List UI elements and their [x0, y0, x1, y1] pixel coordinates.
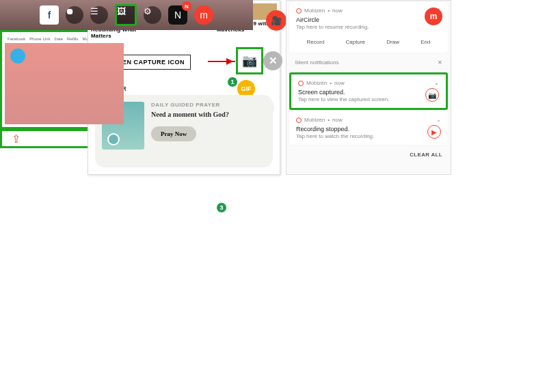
mobizen-dot-icon [298, 81, 304, 86]
control-dock: f ⏺ ☰ 🖼 ⚙ NN m [0, 0, 253, 30]
action-draw[interactable]: Draw [384, 37, 402, 47]
facebook-app-icon[interactable]: f [40, 5, 59, 25]
clear-all-button[interactable]: CLEAR ALL [286, 146, 451, 163]
play-icon: ▶ [427, 125, 441, 139]
prayer-text: Need a moment with God? [151, 111, 266, 118]
notif-actions: Record Capture Draw End [296, 37, 441, 47]
notif-recording-stopped[interactable]: Mobizen • now⌄ Recording stopped. Tap he… [289, 111, 448, 145]
close-fab[interactable]: ✕ [263, 51, 282, 70]
arrow-annotation [208, 61, 235, 62]
record-control-icon[interactable]: ⏺ [66, 6, 83, 24]
camera-icon: 📷 [425, 88, 439, 102]
mobizen-dot-icon [296, 8, 302, 14]
expand-icon[interactable]: ⌄ [436, 117, 441, 123]
silent-header: Silent notifications✕ [286, 54, 451, 71]
mobizen-dot-icon [296, 117, 302, 123]
notif-aircircle[interactable]: Mobizen • now⌃ AirCircle Tap here to res… [289, 2, 448, 53]
app-shortcut-icon [10, 48, 25, 64]
gallery-icon[interactable]: 🖼 [115, 4, 137, 26]
settings-gear-icon[interactable]: ⚙ [144, 6, 161, 24]
camera-icon: 📷 [242, 53, 257, 68]
mobizen-app-icon[interactable]: m [194, 5, 213, 25]
screen-capture-button[interactable]: 📷 [236, 47, 263, 74]
netflix-app-icon[interactable]: NN [168, 5, 187, 25]
action-record[interactable]: Record [304, 37, 328, 47]
library-icon[interactable]: ☰ [90, 6, 108, 24]
close-silent-icon[interactable]: ✕ [438, 59, 442, 66]
share-icon[interactable]: ⇪ [12, 132, 21, 145]
notification-badge: N [182, 1, 191, 11]
action-end[interactable]: End [418, 37, 433, 47]
gallery-screenshot-left[interactable]: FacebookPhone LinkDateRefillsMobizen [2, 32, 126, 127]
step-badge-1: 1 [228, 77, 237, 87]
prayer-heading: DAILY GUIDED PRAYER [151, 102, 266, 108]
action-capture[interactable]: Capture [343, 37, 368, 47]
pray-now-button[interactable]: Pray Now [151, 126, 196, 141]
mobizen-app-icon: m [425, 8, 442, 25]
expand-icon[interactable]: ⌄ [434, 80, 439, 86]
record-video-fab[interactable]: 🎥 [266, 10, 286, 31]
notification-shade: Mobizen • now⌃ AirCircle Tap here to res… [286, 0, 451, 175]
notif-screen-captured[interactable]: Mobizen • now⌄ Screen captured. Tap here… [289, 72, 448, 110]
step-badge-3: 3 [217, 203, 226, 212]
